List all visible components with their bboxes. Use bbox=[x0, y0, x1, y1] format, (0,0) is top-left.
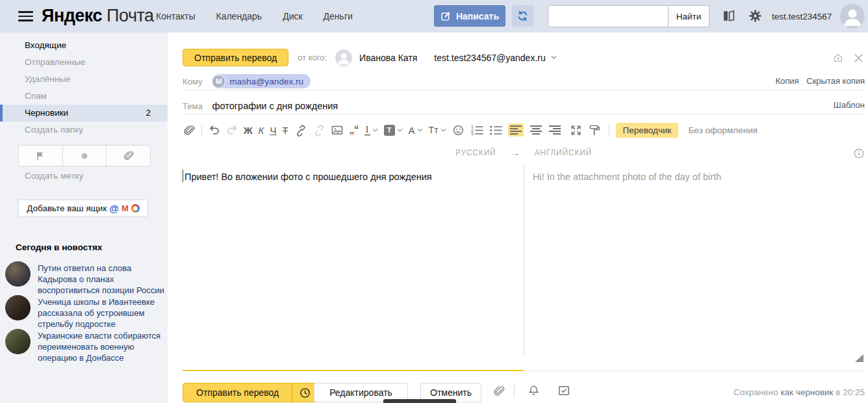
paperclip-icon bbox=[122, 150, 134, 162]
redo-icon[interactable] bbox=[226, 124, 238, 136]
template-link[interactable]: Шаблон bbox=[834, 100, 865, 110]
source-language-select[interactable]: РУССКИЙ bbox=[455, 148, 496, 157]
insert-image-icon[interactable] bbox=[331, 124, 344, 136]
user-avatar[interactable] bbox=[840, 4, 865, 29]
nav-disk[interactable]: Диск bbox=[283, 11, 302, 21]
text-color-dropdown[interactable]: А bbox=[409, 125, 423, 136]
news-item[interactable]: Украинские власти собираются переименова… bbox=[5, 329, 165, 361]
create-tag-link[interactable]: Создать метку bbox=[25, 171, 83, 181]
filter-button-group bbox=[18, 145, 151, 166]
menu-icon[interactable] bbox=[18, 11, 33, 21]
pane-divider bbox=[524, 166, 524, 354]
translator-toggle-button[interactable]: Переводчик bbox=[616, 123, 679, 138]
news-thumbnail bbox=[5, 295, 31, 320]
sender-email[interactable]: test.test234567@yandex.ru bbox=[434, 53, 545, 63]
notification-bell-icon[interactable] bbox=[528, 384, 540, 400]
search-input[interactable] bbox=[548, 5, 668, 27]
filter-flagged-button[interactable] bbox=[19, 146, 62, 166]
strikethrough-button[interactable]: Т bbox=[282, 125, 288, 136]
news-item[interactable]: Ученица школы в Ивантеевке рассказала об… bbox=[5, 295, 165, 328]
align-center-button[interactable] bbox=[530, 125, 542, 135]
bullet-list-icon[interactable] bbox=[489, 125, 502, 136]
undo-icon[interactable] bbox=[209, 124, 220, 136]
cc-link[interactable]: Копия bbox=[775, 76, 798, 86]
emoji-icon[interactable] bbox=[452, 124, 465, 136]
resize-handle-icon[interactable] bbox=[855, 353, 864, 365]
toolbar-divider bbox=[609, 124, 609, 136]
add-mailbox-label: Добавьте ваш ящик bbox=[27, 203, 107, 213]
font-size-dropdown[interactable]: Тт bbox=[429, 125, 446, 135]
filter-attachments-button[interactable] bbox=[106, 146, 150, 166]
rambler-icon bbox=[131, 204, 140, 213]
target-language-select[interactable]: АНГЛИЙСКИЙ bbox=[535, 148, 593, 157]
nav-calendar[interactable]: Календарь bbox=[216, 11, 262, 21]
delivery-notification-icon[interactable] bbox=[557, 384, 570, 400]
insert-link-icon[interactable] bbox=[294, 124, 307, 136]
background-color-dropdown[interactable]: Т bbox=[384, 125, 403, 136]
logo-primary: Яндекс bbox=[42, 6, 102, 25]
settings-gear-icon[interactable] bbox=[748, 9, 762, 25]
collapse-compose-icon[interactable] bbox=[832, 52, 844, 66]
sidebar-item-create-folder[interactable]: Создать папку bbox=[0, 122, 168, 138]
font-style-dropdown[interactable]: I bbox=[364, 125, 378, 136]
attach-file-footer-icon[interactable] bbox=[492, 384, 505, 400]
news-section-title: Сегодня в новостях bbox=[16, 242, 102, 252]
person-icon bbox=[840, 4, 865, 29]
nav-money[interactable]: Деньги bbox=[324, 11, 353, 21]
username-label[interactable]: test.test234567 bbox=[772, 12, 832, 21]
drafts-count-badge: 2 bbox=[146, 105, 151, 122]
news-link: Путин ответил на слова Кадырова о планах… bbox=[38, 263, 165, 296]
search-bar: Найти bbox=[548, 5, 709, 27]
align-left-button[interactable] bbox=[508, 124, 524, 136]
recipient-chip[interactable]: M masha@yandex.ru bbox=[212, 74, 311, 88]
divider bbox=[183, 90, 865, 90]
chevron-down-icon bbox=[440, 127, 446, 133]
saved-as-draft-link[interactable]: как черновик bbox=[781, 387, 834, 397]
sidebar-item-deleted[interactable]: Удалённые bbox=[0, 71, 168, 88]
send-translation-button-top[interactable]: Отправить перевод bbox=[183, 49, 288, 66]
toolbar-divider bbox=[201, 124, 202, 136]
sender-name: Иванова Катя bbox=[359, 53, 417, 63]
fullscreen-icon[interactable] bbox=[570, 124, 582, 136]
underline-button[interactable]: Ч bbox=[270, 125, 276, 136]
plain-text-link[interactable]: Без оформления bbox=[688, 125, 758, 135]
apps-panel-icon[interactable] bbox=[722, 9, 736, 25]
subject-input[interactable]: фотографии с дня рождения bbox=[212, 101, 338, 111]
search-button[interactable]: Найти bbox=[668, 5, 709, 27]
format-painter-icon[interactable] bbox=[588, 124, 601, 136]
subject-label: Тема bbox=[183, 101, 203, 111]
sidebar-item-spam[interactable]: Спам bbox=[0, 88, 168, 105]
svg-text:3: 3 bbox=[471, 131, 474, 136]
filter-unread-button[interactable] bbox=[62, 146, 107, 166]
add-mailbox-button[interactable]: Добавьте ваш ящик @ M bbox=[18, 200, 148, 217]
remove-link-icon[interactable] bbox=[313, 124, 325, 136]
compose-subject-row: Тема фотографии с дня рождения bbox=[183, 98, 338, 114]
close-compose-icon[interactable] bbox=[852, 52, 865, 67]
compose-button[interactable]: Написать bbox=[434, 5, 505, 27]
italic-button[interactable]: К bbox=[259, 125, 264, 136]
nav-contacts[interactable]: Контакты bbox=[156, 11, 195, 21]
compose-button-label: Написать bbox=[456, 11, 499, 21]
translator-info-icon[interactable] bbox=[854, 148, 864, 161]
sidebar-item-drafts[interactable]: Черновики2 bbox=[0, 105, 168, 122]
sidebar-item-inbox[interactable]: Входящие bbox=[0, 37, 168, 54]
numbered-list-icon[interactable]: 123 bbox=[470, 125, 483, 136]
recipient-email: masha@yandex.ru bbox=[229, 77, 303, 86]
sidebar-item-sent[interactable]: Отправленные bbox=[0, 54, 168, 71]
quote-button[interactable]: „“ bbox=[350, 124, 359, 136]
attach-file-icon[interactable] bbox=[182, 124, 196, 137]
news-item[interactable]: Путин ответил на слова Кадырова о планах… bbox=[5, 261, 165, 294]
yandex-mail-app: ЯндексПочта Контакты Календарь Диск День… bbox=[0, 0, 868, 403]
bcc-link[interactable]: Скрытая копия bbox=[806, 76, 865, 86]
bold-button[interactable]: Ж bbox=[244, 125, 253, 136]
align-right-button[interactable] bbox=[548, 125, 561, 135]
chevron-down-icon bbox=[417, 127, 423, 133]
cc-bcc-links: Копия Скрытая копия bbox=[770, 76, 865, 86]
news-link: Ученица школы в Ивантеевке рассказала об… bbox=[38, 296, 165, 330]
send-translation-button[interactable]: Отправить перевод bbox=[183, 383, 318, 402]
refresh-button[interactable] bbox=[512, 5, 533, 27]
chevron-down-icon[interactable] bbox=[551, 55, 557, 60]
compose-pencil-icon bbox=[440, 10, 452, 21]
message-body-editor[interactable]: Привет! Во вложении фото с прошедшего дн… bbox=[185, 170, 513, 183]
yandex-mail-logo[interactable]: ЯндексПочта bbox=[42, 6, 154, 26]
